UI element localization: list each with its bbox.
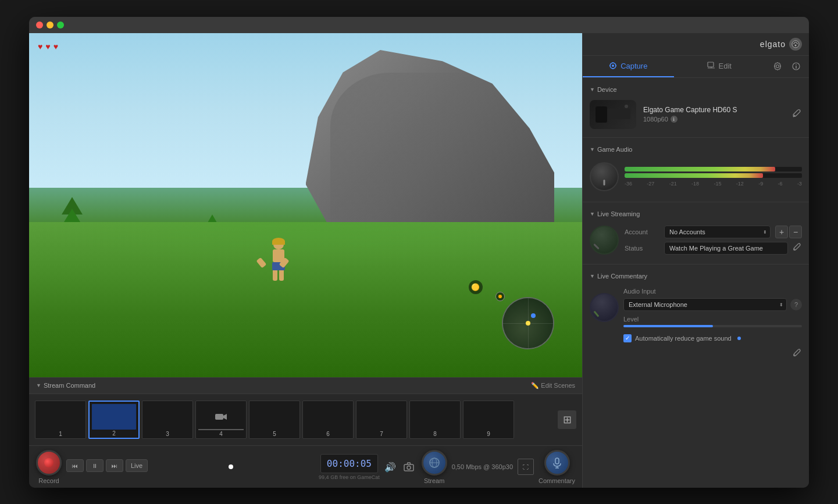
info-button[interactable]: [788, 58, 804, 74]
minimize-button[interactable]: [47, 22, 54, 28]
tab-edit[interactable]: Edit: [674, 56, 765, 77]
stream-command-header: ▼ Stream Command ✏️ Edit Scenes: [29, 378, 582, 394]
live-commentary-label: Live Commentary: [597, 273, 647, 280]
scene-thumb-2[interactable]: 2: [88, 401, 140, 439]
timeline-handle[interactable]: [229, 464, 233, 469]
status-settings-button[interactable]: [793, 242, 802, 253]
svg-rect-7: [555, 458, 559, 464]
commentary-settings-button[interactable]: [793, 348, 802, 359]
scene-thumb-9[interactable]: 9: [463, 401, 514, 439]
live-streaming-header: ▼ Live Streaming: [583, 208, 809, 222]
elgato-logo: elgato: [760, 38, 802, 51]
right-panel-header: elgato: [583, 33, 809, 56]
streaming-triangle-icon: ▼: [590, 211, 595, 217]
audio-input-select[interactable]: External Microphone: [623, 298, 787, 311]
hud-hearts: ♥ ♥ ♥: [38, 42, 58, 51]
level-slider[interactable]: [623, 325, 802, 327]
add-minus-buttons: + −: [775, 226, 802, 238]
scene-thumb-7[interactable]: 7: [356, 401, 407, 439]
stream-globe-icon: [428, 456, 441, 469]
svg-rect-18: [708, 62, 714, 67]
elgato-symbol-icon: [791, 40, 800, 48]
device-image: [590, 100, 636, 129]
scene-thumb-5[interactable]: 5: [249, 401, 300, 439]
add-account-button[interactable]: +: [775, 226, 788, 238]
heart-1: ♥: [38, 42, 42, 51]
status-row: Status: [625, 242, 802, 255]
vu-label-3: -3: [797, 181, 802, 187]
device-triangle-icon: ▼: [590, 87, 595, 92]
settings-button[interactable]: [769, 58, 786, 74]
scene-thumbnails-row: 1 2 3: [29, 394, 582, 445]
scene-thumb-8[interactable]: 8: [409, 401, 461, 439]
audio-input-row: Audio Input External Microphone ⬍ ? Leve…: [583, 284, 809, 331]
bitrate-display: 0,50 Mbps @ 360p30: [452, 463, 513, 470]
svg-rect-2: [404, 464, 413, 471]
char-leg-left: [273, 270, 277, 281]
account-label: Account: [625, 228, 659, 235]
vu-meter: -36 -27 -21 -18 -15 -12 -9 -6 -3: [625, 167, 802, 187]
add-scene-button[interactable]: ⊞: [558, 410, 576, 429]
char-arms: [260, 260, 286, 269]
vu-label-6: -6: [778, 181, 783, 187]
device-info-icon[interactable]: ℹ: [671, 116, 677, 123]
edit-scenes-button[interactable]: ✏️ Edit Scenes: [531, 382, 575, 389]
vu-label-12: -12: [736, 181, 744, 187]
device-resolution: 1080p60 ℹ: [643, 116, 784, 123]
scene-thumb-6[interactable]: 6: [302, 401, 354, 439]
status-label: Status: [625, 245, 659, 252]
live-streaming-label: Live Streaming: [597, 210, 640, 217]
status-input[interactable]: [664, 242, 788, 255]
game-audio-section: ▼ Game Audio -36: [583, 138, 809, 202]
account-select[interactable]: No Accounts: [664, 226, 771, 238]
fullscreen-toggle-button[interactable]: ⛶: [518, 459, 534, 475]
stream-command-title: ▼ Stream Command: [36, 382, 95, 389]
scene-num-9: 9: [463, 431, 514, 437]
fullscreen-button[interactable]: [57, 22, 64, 28]
game-character: [267, 240, 290, 281]
remove-account-button[interactable]: −: [789, 226, 802, 238]
streaming-knob[interactable]: [590, 226, 619, 255]
fast-forward-button[interactable]: ⏭: [106, 459, 123, 472]
scene-thumb-3[interactable]: 3: [142, 401, 193, 439]
commentary-button[interactable]: [544, 450, 570, 476]
live-button[interactable]: Live: [126, 459, 148, 472]
close-button[interactable]: [36, 22, 43, 28]
commentary-knob[interactable]: [590, 293, 619, 322]
scene-thumb-4[interactable]: 4: [195, 401, 247, 439]
inventory-item-1: 🟡: [469, 280, 483, 294]
edit-tab-label: Edit: [719, 62, 732, 70]
main-tabs: Capture Edit: [583, 56, 765, 77]
scene-num-5: 5: [249, 431, 299, 437]
camera-snapshot-icon: [404, 462, 414, 471]
device-section-label: Device: [597, 86, 617, 93]
minimap: [502, 297, 554, 349]
device-img-body: [592, 102, 634, 127]
commentary-triangle-icon: ▼: [590, 273, 595, 279]
commentary-wrench-icon: [793, 348, 802, 358]
screenshot-button[interactable]: [401, 459, 417, 475]
vu-label-21: -21: [669, 181, 677, 187]
game-audio-header: ▼ Game Audio: [583, 144, 809, 158]
microphone-icon: [551, 456, 564, 469]
device-settings-button[interactable]: [791, 108, 802, 121]
auto-reduce-dot-indicator: [737, 337, 741, 340]
volume-control[interactable]: 🔊: [384, 462, 396, 473]
vu-label-9: -9: [758, 181, 763, 187]
audio-triangle-icon: ▼: [590, 146, 595, 152]
tab-capture[interactable]: Capture: [583, 56, 674, 77]
audio-help-button[interactable]: ?: [790, 299, 802, 310]
play-pause-button[interactable]: ⏸: [86, 459, 104, 472]
scene-num-8: 8: [410, 431, 460, 437]
game-audio-knob[interactable]: [590, 162, 619, 191]
rewind-button[interactable]: ⏮: [66, 459, 84, 472]
elgato-text: elgato: [760, 40, 786, 49]
edit-scenes-label: Edit Scenes: [541, 382, 575, 389]
record-button[interactable]: [36, 450, 62, 476]
scene-thumb-1[interactable]: 1: [35, 401, 86, 439]
auto-reduce-checkbox[interactable]: ✓: [623, 334, 632, 342]
vu-label-27: -27: [647, 181, 654, 187]
stream-button[interactable]: [422, 450, 447, 476]
char-head: [273, 240, 284, 249]
vu-fill-2: [625, 173, 763, 178]
